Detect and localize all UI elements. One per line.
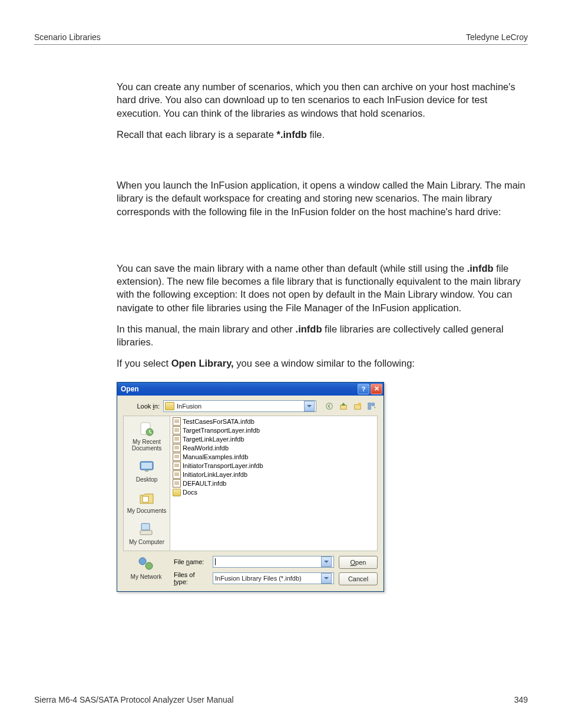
place-desktop[interactable]: Desktop	[123, 456, 171, 487]
file-item[interactable]: ManualExamples.infdb	[171, 453, 376, 462]
infdb-file-icon	[173, 462, 181, 470]
infdb-file-icon	[173, 444, 181, 452]
desktop-icon	[137, 459, 156, 475]
infdb-file-icon	[173, 479, 181, 487]
filetype-label: Files of type:	[174, 571, 209, 585]
lookin-value: InFusion	[177, 403, 302, 410]
open-button[interactable]: Open	[339, 556, 378, 569]
folder-icon	[173, 489, 181, 496]
svg-rect-4	[368, 403, 371, 405]
paragraph-5: In this manual, the main library and oth…	[117, 322, 528, 349]
file-list[interactable]: TestCasesForSATA.infdb TargetTransportLa…	[170, 416, 378, 551]
svg-point-16	[146, 562, 153, 569]
svg-rect-14	[140, 531, 152, 535]
file-item[interactable]: TargetTransportLayer.infdb	[171, 426, 376, 435]
places-bar: My Recent Documents Desktop	[123, 416, 170, 551]
infdb-file-icon	[173, 453, 181, 461]
header-rule	[34, 44, 528, 45]
place-mycomp[interactable]: My Computer	[123, 519, 171, 550]
file-item[interactable]: TestCasesForSATA.infdb	[171, 417, 376, 426]
svg-point-15	[139, 558, 146, 565]
view-menu-icon[interactable]	[366, 400, 378, 412]
lookin-combo[interactable]: InFusion	[163, 400, 316, 412]
header-left: Scenario Libraries	[34, 32, 101, 42]
chevron-down-icon[interactable]	[321, 573, 332, 584]
svg-rect-1	[340, 405, 347, 409]
back-icon[interactable]	[323, 400, 335, 412]
place-mydocs[interactable]: My Documents	[123, 487, 171, 519]
chevron-down-icon[interactable]	[304, 401, 315, 411]
svg-point-3	[358, 403, 361, 406]
file-item[interactable]: InitiatorTransportLayer.infdb	[171, 462, 376, 470]
paragraph-1: You can create any number of scenarios, …	[117, 80, 528, 120]
new-folder-icon[interactable]	[352, 400, 363, 412]
file-item[interactable]: DEFAULT.infdb	[171, 479, 376, 488]
svg-rect-10	[141, 463, 152, 469]
place-recent[interactable]: My Recent Documents	[123, 419, 171, 456]
dialog-title: Open	[121, 385, 139, 393]
file-item[interactable]: TargetLinkLayer.infdb	[171, 435, 376, 444]
svg-rect-12	[143, 496, 148, 502]
dialog-titlebar[interactable]: Open ? ✕	[117, 383, 384, 396]
svg-rect-11	[145, 470, 148, 472]
paragraph-6: If you select Open Library, you see a wi…	[117, 357, 528, 370]
folder-item[interactable]: Docs	[171, 488, 376, 497]
svg-rect-6	[368, 407, 371, 409]
my-computer-icon	[137, 521, 156, 538]
place-mynet[interactable]: My Network	[122, 556, 170, 585]
folder-open-icon	[165, 402, 174, 410]
svg-rect-13	[141, 523, 150, 530]
lookin-label: Look in:	[123, 403, 160, 410]
close-icon[interactable]: ✕	[371, 384, 382, 394]
page-number: 349	[514, 695, 528, 704]
cancel-button[interactable]: Cancel	[339, 572, 378, 585]
text-cursor	[215, 558, 216, 565]
infdb-file-icon	[173, 417, 181, 426]
filetype-combo[interactable]: InFusion Library Files (*.infdb)	[213, 572, 334, 584]
file-item[interactable]: RealWorld.infdb	[171, 444, 376, 453]
my-documents-icon	[137, 490, 156, 506]
infdb-file-icon	[173, 435, 181, 443]
chevron-down-icon[interactable]	[321, 556, 332, 567]
open-dialog: Open ? ✕ Look in: InFusion	[117, 382, 384, 592]
help-icon[interactable]: ?	[358, 384, 369, 394]
infdb-file-icon	[173, 426, 181, 434]
footer-title: Sierra M6-4 SAS/SATA Protocol Analyzer U…	[34, 695, 234, 704]
svg-rect-5	[372, 403, 374, 405]
svg-point-0	[326, 403, 333, 409]
paragraph-2: Recall that each library is a separate *…	[117, 128, 528, 141]
file-item[interactable]: InitiatorLinkLayer.infdb	[171, 470, 376, 479]
paragraph-3: When you launch the InFusion application…	[117, 179, 528, 218]
header-right: Teledyne LeCroy	[466, 32, 528, 42]
recent-documents-icon	[137, 421, 156, 437]
filename-label: File name:	[174, 558, 209, 565]
filename-input[interactable]	[213, 556, 334, 568]
my-network-icon	[137, 556, 156, 572]
paragraph-4: You can save the main library with a nam…	[117, 262, 528, 314]
infdb-file-icon	[173, 470, 181, 479]
up-one-level-icon[interactable]	[338, 400, 349, 412]
